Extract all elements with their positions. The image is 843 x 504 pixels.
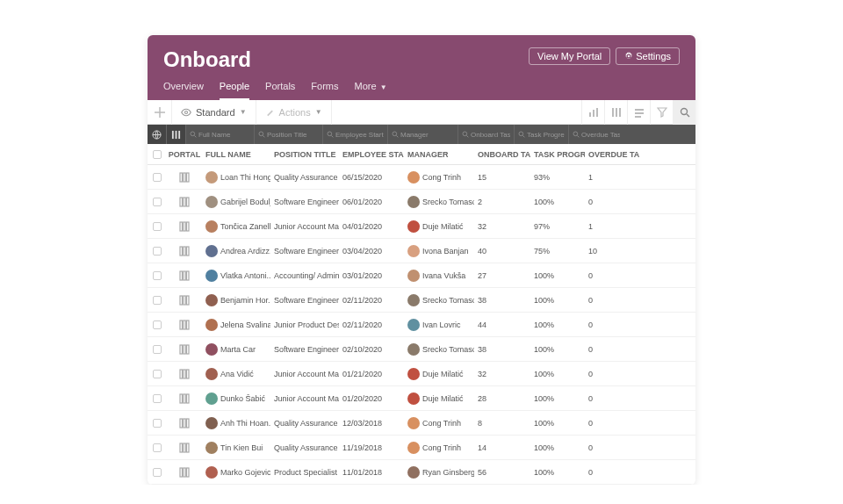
manager-cell[interactable]: Cong Trinh: [404, 171, 474, 184]
manager-cell[interactable]: Srecko Tomaso...: [404, 343, 474, 356]
table-row[interactable]: Tin Kien BuiQuality Assurance ...11/19/2…: [148, 436, 695, 460]
tab-overview[interactable]: Overview: [163, 81, 204, 100]
filter-tasks-input[interactable]: [471, 131, 510, 139]
manager-cell[interactable]: Cong Trinh: [404, 442, 474, 454]
portal-link[interactable]: [167, 344, 202, 355]
filter-portal[interactable]: [167, 125, 186, 144]
filter-button[interactable]: [650, 100, 673, 125]
select-all-checkbox[interactable]: [153, 150, 162, 159]
row-checkbox[interactable]: [153, 173, 162, 182]
table-row[interactable]: Tončica ZanellaJunior Account Ma...04/01…: [148, 214, 695, 239]
view-dropdown[interactable]: Standard ▼: [172, 100, 256, 125]
svg-rect-33: [187, 247, 190, 256]
employee-name[interactable]: Jelena Svalina: [202, 319, 270, 331]
tab-more[interactable]: More ▼: [355, 81, 387, 100]
col-start[interactable]: EMPLOYEE STA...: [339, 150, 404, 159]
employee-name[interactable]: Tončica Zanella: [202, 220, 270, 233]
table-row[interactable]: Loan Thi Hong...Quality Assurance ...06/…: [148, 165, 695, 190]
row-checkbox[interactable]: [153, 320, 162, 329]
portal-link[interactable]: [167, 467, 202, 478]
search-button[interactable]: [673, 100, 695, 125]
row-checkbox[interactable]: [153, 222, 162, 231]
manager-cell[interactable]: Ivan Lovric: [404, 319, 474, 331]
employee-name[interactable]: Benjamin Hor...: [202, 294, 270, 306]
table-row[interactable]: Jelena SvalinaJunior Product Desi...02/1…: [148, 313, 695, 337]
portal-link[interactable]: [167, 295, 202, 306]
tab-people[interactable]: People: [220, 81, 249, 100]
employee-name[interactable]: Anh Thi Hoan...: [202, 417, 270, 429]
manager-cell[interactable]: Ivona Banjan: [404, 245, 474, 257]
manager-cell[interactable]: Duje Milatić: [404, 368, 474, 380]
row-checkbox[interactable]: [153, 247, 162, 256]
manager-cell[interactable]: Ryan Ginsberg: [404, 466, 474, 479]
employee-name[interactable]: Loan Thi Hong...: [202, 171, 270, 184]
tab-forms[interactable]: Forms: [311, 81, 338, 100]
employee-name[interactable]: Dunko Šabić: [202, 392, 270, 405]
view-portal-button[interactable]: View My Portal: [529, 47, 610, 65]
manager-cell[interactable]: Duje Milatić: [404, 220, 474, 233]
layout-button[interactable]: [627, 100, 650, 125]
row-checkbox[interactable]: [153, 345, 162, 354]
manager-cell[interactable]: Srecko Tomaso...: [404, 294, 474, 306]
col-overdue[interactable]: OVERDUE TASKS: [585, 150, 639, 159]
employee-name[interactable]: Tin Kien Bui: [202, 442, 270, 454]
filter-overdue-input[interactable]: [581, 131, 620, 139]
table-row[interactable]: Marta CarSoftware Engineer I...02/10/202…: [148, 337, 695, 362]
add-button[interactable]: [148, 100, 172, 125]
table-row[interactable]: Vlatka Antoni...Accounting/ Admin...03/0…: [148, 263, 695, 288]
portal-link[interactable]: [167, 369, 202, 379]
col-manager[interactable]: MANAGER: [404, 150, 474, 159]
row-checkbox[interactable]: [153, 419, 162, 428]
portal-link[interactable]: [167, 172, 202, 183]
filter-name-input[interactable]: [198, 131, 250, 139]
filter-progress-input[interactable]: [527, 131, 565, 139]
row-checkbox[interactable]: [153, 443, 162, 452]
manager-cell[interactable]: Cong Trinh: [404, 417, 474, 429]
tasks-cell: 32: [474, 222, 530, 231]
table-row[interactable]: Gabrijel Bodulj...Software Engineer I...…: [148, 190, 695, 214]
columns-button[interactable]: [604, 100, 627, 125]
employee-name[interactable]: Marko Gojevic: [202, 466, 270, 479]
filter-position-input[interactable]: [267, 131, 319, 139]
portal-link[interactable]: [167, 320, 202, 330]
chart-button[interactable]: [581, 100, 604, 125]
manager-cell[interactable]: Srecko Tomaso...: [404, 196, 474, 208]
actions-dropdown[interactable]: Actions ▼: [256, 100, 332, 125]
portal-link[interactable]: [167, 246, 202, 256]
table-row[interactable]: Andrea Ardizz...Software Engineer I...03…: [148, 239, 695, 263]
employee-name[interactable]: Ana Vidić: [202, 368, 270, 380]
employee-name[interactable]: Marta Car: [202, 343, 270, 356]
settings-button[interactable]: Settings: [616, 47, 680, 65]
row-checkbox[interactable]: [153, 296, 162, 305]
manager-cell[interactable]: Ivana Vukša: [404, 270, 474, 282]
portal-link[interactable]: [167, 393, 202, 404]
col-tasks[interactable]: ONBOARD TASKS: [474, 150, 530, 159]
row-checkbox[interactable]: [153, 271, 162, 280]
tab-portals[interactable]: Portals: [265, 81, 295, 100]
portal-link[interactable]: [167, 221, 202, 232]
table-row[interactable]: Dunko ŠabićJunior Account Ma...01/20/202…: [148, 386, 695, 411]
col-portal[interactable]: PORTAL: [167, 150, 202, 159]
filter-globe[interactable]: [148, 125, 167, 144]
table-row[interactable]: Marko GojevicProduct Specialist11/01/201…: [148, 460, 695, 485]
employee-name[interactable]: Gabrijel Bodulj...: [202, 196, 270, 208]
portal-link[interactable]: [167, 418, 202, 428]
manager-cell[interactable]: Duje Milatić: [404, 392, 474, 405]
filter-start-input[interactable]: [335, 131, 384, 139]
filter-manager-input[interactable]: [400, 131, 454, 139]
col-full-name[interactable]: FULL NAME: [202, 150, 270, 159]
col-position[interactable]: POSITION TITLE: [270, 150, 339, 159]
table-row[interactable]: Ana VidićJunior Account Ma...01/21/2020D…: [148, 362, 695, 386]
row-checkbox[interactable]: [153, 468, 162, 477]
col-progress[interactable]: TASK PROGRESS: [530, 150, 585, 159]
row-checkbox[interactable]: [153, 370, 162, 378]
portal-link[interactable]: [167, 197, 202, 207]
row-checkbox[interactable]: [153, 198, 162, 206]
row-checkbox[interactable]: [153, 394, 162, 403]
employee-name[interactable]: Vlatka Antoni...: [202, 270, 270, 282]
portal-link[interactable]: [167, 270, 202, 281]
portal-link[interactable]: [167, 443, 202, 453]
employee-name[interactable]: Andrea Ardizz...: [202, 245, 270, 257]
table-row[interactable]: Benjamin Hor...Software Engineer I...02/…: [148, 288, 695, 313]
table-row[interactable]: Anh Thi Hoan...Quality Assurance ...12/0…: [148, 411, 695, 436]
